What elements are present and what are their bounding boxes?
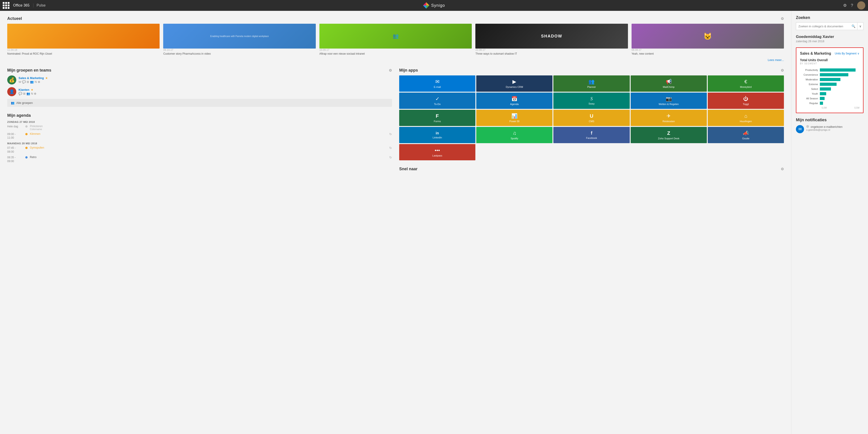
app-powerbi[interactable]: 📊 Power BI	[476, 110, 553, 126]
synigo-diamond-icon	[423, 2, 429, 8]
groep-item-2: 👤 Klanten ★ 💬 ⊞ 👥 N ⊕	[7, 87, 392, 96]
app-planner[interactable]: 👥 Planner	[553, 75, 629, 92]
lees-meer[interactable]: Lees meer...	[7, 58, 784, 62]
actueel-header: Actueel ⚙	[7, 16, 784, 21]
groep2-icon-people[interactable]: 👥	[26, 92, 30, 95]
left-lower: Mijn groepen en teams ⚙ 💰 Sales & Market…	[7, 68, 392, 174]
groep-icon-note[interactable]: N	[35, 80, 37, 84]
search-dropdown-icon[interactable]: ∨	[857, 23, 863, 30]
app-reiskosten[interactable]: ✈ Reiskosten	[631, 110, 707, 126]
bar-row-allseason: All Season	[800, 97, 860, 100]
waffle-menu[interactable]	[3, 2, 9, 9]
app-gsuite[interactable]: 📣 Gsuite	[708, 127, 784, 143]
app-linkedin[interactable]: in LinkedIn	[399, 127, 475, 143]
greeting-date: zaterdag 26 mei 2018	[796, 39, 864, 43]
agenda-refresh-3[interactable]: ↻	[389, 146, 392, 150]
bar-fill-extreme	[820, 82, 837, 86]
app-mailchimp[interactable]: 📢 MailChimp	[631, 75, 707, 92]
app-lastpass[interactable]: ••• Lastpass	[399, 144, 475, 160]
news-card-image-3: 👥	[319, 24, 472, 48]
groep-name-2[interactable]: Klanten	[19, 88, 29, 92]
bar-row-extreme: Extreme	[800, 82, 860, 86]
agenda-item-4: 08:35 -09:00 Retro ↻	[7, 156, 392, 163]
app-huurlingen[interactable]: ⌂ Huurlingen	[708, 110, 784, 126]
app-spotify[interactable]: ♫ Spotify	[476, 127, 553, 143]
groep-icon-table[interactable]: ⊞	[27, 80, 29, 84]
news-card-1[interactable]: 11-04-18 Nominated: Proud at ROC Rijn IJ…	[7, 24, 160, 56]
actueel-settings-icon[interactable]: ⚙	[781, 16, 784, 21]
units-by-segment-dropdown[interactable]: Units By Segment ∨	[835, 52, 860, 55]
agenda-day-1: ZONDAG 27 MEI 2018	[7, 121, 392, 123]
help-icon[interactable]: ?	[851, 3, 853, 8]
groep2-icon-note[interactable]: N	[31, 92, 33, 95]
groep-name-1[interactable]: Sales & Marketing	[19, 76, 44, 80]
app-toggl-label: Toggl	[743, 103, 749, 105]
app-email[interactable]: ✉ E-mail	[399, 75, 475, 92]
news-cards: 11-04-18 Nominated: Proud at ROC Rijn IJ…	[7, 24, 784, 56]
agenda-section: Mijn agenda ZONDAG 27 MEI 2018 Hele dag …	[7, 113, 392, 163]
lees-meer-link[interactable]: Lees meer...	[768, 58, 784, 62]
app-todo[interactable]: ✓ To-Do	[399, 93, 475, 109]
news-card-2[interactable]: Enabling healthcare with Pamela modern d…	[163, 24, 315, 56]
bar-row-youth: Youth	[800, 92, 860, 95]
app-zoho[interactable]: Z Zoho Support Desk	[631, 127, 707, 143]
pulse-label[interactable]: Pulse	[37, 3, 46, 7]
news-card-date-4: 22-08-17	[475, 48, 628, 51]
bar-row-select: Select	[800, 88, 860, 91]
apps-column: Mijn apps ⚙ ✉ E-mail ▶ Dynamics CRM	[399, 68, 784, 174]
actueel-title: Actueel	[7, 16, 22, 21]
news-card-title-4: Three ways to outsmart shadow IT	[475, 52, 628, 56]
actueel-section: Actueel ⚙ 11-04-18 Nominated: Proud at R…	[7, 16, 784, 62]
groep2-icon-more[interactable]: ⊕	[34, 92, 36, 95]
bar-fill-productivity	[820, 68, 856, 72]
app-facebook[interactable]: f Facebook	[553, 127, 629, 143]
bar-fill-allseason	[820, 97, 825, 100]
user-avatar[interactable]	[857, 1, 865, 9]
groep2-icon-chat[interactable]: 💬	[19, 92, 22, 95]
agenda-refresh-4[interactable]: ↻	[389, 156, 392, 159]
agenda-event-title-4: Retro	[30, 156, 387, 159]
apps-settings-icon[interactable]: ⚙	[781, 68, 784, 72]
groepen-settings-icon[interactable]: ⚙	[389, 68, 392, 72]
greeting-name: Goedemiddag Xavier	[796, 35, 864, 39]
news-card-3[interactable]: 👥 10-09-17 Aftrap voor een nieuw sociaal…	[319, 24, 472, 56]
agenda-time-3: 07:45 -08:00	[7, 146, 23, 154]
groep-icon-people[interactable]: 👥	[30, 80, 34, 84]
agenda-refresh-2[interactable]: ↻	[389, 132, 392, 136]
app-agenda-label: Agenda	[510, 103, 519, 105]
settings-icon[interactable]: ⚙	[843, 3, 847, 8]
agenda-header: Mijn agenda	[7, 113, 392, 118]
alle-groepen-button[interactable]: 👥 Alle groepen	[7, 99, 392, 107]
groep2-icon-table[interactable]: ⊞	[23, 92, 26, 95]
office365-label[interactable]: Office 365	[13, 3, 33, 7]
chart-subtitle: BY SEGMENT	[800, 62, 860, 65]
zoeken-section: Zoeken 🔍 ∨	[796, 15, 864, 30]
app-agenda[interactable]: 📅 Agenda	[476, 93, 553, 109]
news-card-image-4: SHADOW	[475, 24, 628, 48]
groep-icon-word[interactable]: W	[19, 80, 21, 84]
app-wetten-label: Wetten & Regelen	[659, 103, 679, 105]
news-card-date-5: 08-08-17	[631, 48, 784, 51]
search-input[interactable]	[796, 23, 850, 30]
app-zoho-icon: Z	[667, 130, 670, 136]
news-card-4[interactable]: SHADOW 22-08-17 Three ways to outsmart s…	[475, 24, 628, 56]
app-toggl[interactable]: ⏻ Toggl	[708, 93, 784, 109]
app-moneybird[interactable]: € Moneybird	[708, 75, 784, 92]
snelnaar-settings-icon[interactable]: ⚙	[781, 167, 784, 171]
app-wetten[interactable]: 📷 Wetten & Regelen	[631, 93, 707, 109]
app-dynamics[interactable]: ▶ Dynamics CRM	[476, 75, 553, 92]
synigo-logo: Synigo	[423, 2, 445, 8]
app-cms[interactable]: U CMS	[553, 110, 629, 126]
app-forms[interactable]: F Forms	[399, 110, 475, 126]
agenda-dot-2	[25, 133, 28, 135]
app-agenda-icon: 📅	[511, 96, 518, 102]
agenda-item-3: 07:45 -08:00 Gymspullen ↻	[7, 146, 392, 154]
news-card-5[interactable]: 😺 08-08-17 Yeah, new content	[631, 24, 784, 56]
app-sway[interactable]: S Sway	[553, 93, 629, 109]
agenda-dot-3	[25, 147, 28, 149]
groep-icon-chat[interactable]: 💬	[22, 80, 26, 84]
groep-avatar-1: 💰	[7, 75, 16, 85]
alle-groepen-label: Alle groepen	[16, 101, 33, 105]
groep-icon-more[interactable]: ⊕	[38, 80, 40, 84]
app-zoho-label: Zoho Support Desk	[658, 137, 680, 140]
